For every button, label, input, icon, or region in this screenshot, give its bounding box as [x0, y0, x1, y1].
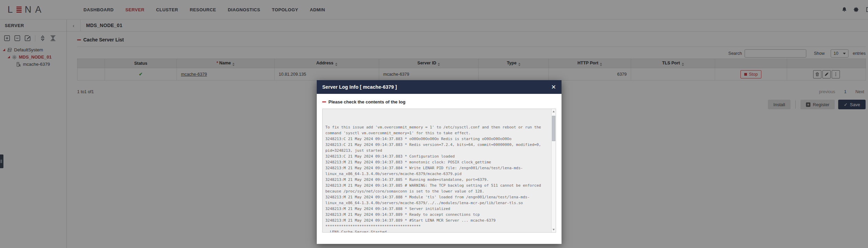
- log-line: 3248213:M 21 May 2024 09:14:37.885 # WAR…: [325, 183, 548, 194]
- log-line: 3248213:M 21 May 2024 09:14:37.889 * Rea…: [325, 212, 548, 218]
- log-line: 3248213:M 21 May 2024 09:14:37.889 * #St…: [325, 218, 548, 223]
- log-content: To fix this issue add 'vm.overcommit_mem…: [323, 109, 551, 232]
- log-line: 3248213:M 21 May 2024 09:14:37.888 * Ser…: [325, 206, 548, 212]
- log-scrollbar[interactable]: [551, 109, 556, 232]
- log-line: 3248213:C 21 May 2024 09:14:37.883 * Red…: [325, 142, 548, 153]
- modal-title: Server Log Info [ mcache-6379 ]: [322, 84, 397, 90]
- log-line: 3248213:M 21 May 2024 09:14:37.883 * mon…: [325, 159, 548, 165]
- modal-subtitle: Please check the contents of the log: [322, 99, 556, 104]
- log-line: 3248213:C 21 May 2024 09:14:37.883 * Con…: [325, 153, 548, 159]
- log-line: command 'sysctl vm.overcommit_memory=1' …: [325, 130, 548, 136]
- log-box: To fix this issue add 'vm.overcommit_mem…: [322, 109, 556, 233]
- log-line: 3248213:M 21 May 2024 09:14:37.884 * Wri…: [325, 165, 548, 177]
- scroll-up-icon[interactable]: [552, 109, 556, 114]
- server-log-modal: Server Log Info [ mcache-6379 ] ✕ Please…: [317, 80, 562, 244]
- log-line: 3248213:M 21 May 2024 09:14:37.888 * Mod…: [325, 194, 548, 206]
- log-line: ****************************************…: [325, 223, 548, 229]
- modal-subtitle-text: Please check the contents of the log: [328, 99, 406, 104]
- scroll-down-icon[interactable]: [552, 227, 556, 232]
- log-line: 3248213:C 21 May 2024 09:14:37.883 * oO0…: [325, 136, 548, 142]
- app-window: L N A DASHBOARDSERVERCLUSTERRESOURCEDIAG…: [0, 0, 868, 248]
- log-line: To fix this issue add 'vm.overcommit_mem…: [325, 124, 548, 130]
- close-icon[interactable]: ✕: [551, 84, 556, 90]
- log-line: LENA Cache Server Started: [325, 229, 548, 232]
- scrollbar-thumb[interactable]: [552, 116, 555, 141]
- modal-header: Server Log Info [ mcache-6379 ] ✕: [317, 80, 562, 94]
- red-dash-icon: [322, 101, 326, 102]
- log-line: 3248213:M 21 May 2024 09:14:37.885 * Run…: [325, 177, 548, 183]
